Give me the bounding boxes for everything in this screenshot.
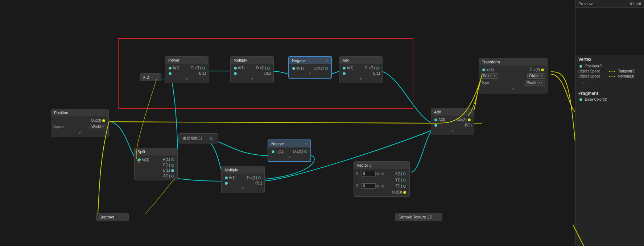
port-m1-b-in[interactable] bbox=[234, 72, 237, 75]
transform-type-dropdown[interactable]: Position ▼ bbox=[525, 80, 545, 86]
port-split-in[interactable] bbox=[138, 158, 141, 161]
node-negate2-title: Negate bbox=[271, 142, 284, 146]
port-m2-out[interactable] bbox=[258, 176, 261, 179]
node-subtract[interactable]: Subtract bbox=[96, 213, 129, 221]
v3-x-label: X bbox=[356, 172, 361, 176]
fragment-title: Fragment bbox=[578, 91, 641, 96]
port-v3-out[interactable] bbox=[403, 191, 406, 194]
tangent-space-label: Object Space bbox=[578, 69, 607, 73]
vertex-position-label: Position(3) bbox=[585, 64, 603, 68]
node-sample-tex[interactable]: Sample Texture 2D bbox=[395, 213, 442, 221]
port-add2-a-in[interactable] bbox=[434, 118, 437, 121]
port-add1-a-in[interactable] bbox=[343, 67, 346, 70]
node-x2-label: X 2 bbox=[143, 75, 149, 79]
fragment-base-color-row: Base Color(3) bbox=[578, 97, 641, 101]
node-add1[interactable]: Add A(1) Out(1) B(1) ∨ bbox=[339, 56, 383, 83]
n1-chevron[interactable]: ∨ bbox=[289, 71, 331, 76]
node-multiply2-title: Multiply bbox=[224, 168, 238, 172]
node-transform-title: Transform bbox=[482, 60, 500, 64]
add2-chevron[interactable]: ∨ bbox=[431, 128, 474, 133]
port-add2-out[interactable] bbox=[468, 118, 471, 121]
port-m2-a-in[interactable] bbox=[225, 176, 228, 179]
node-split-title: Split bbox=[137, 150, 145, 154]
node-power-title: Power bbox=[168, 58, 179, 62]
node-multiply2[interactable]: Multiply A(1) Out(1) B(1) ∨ bbox=[221, 166, 265, 193]
port-v3-x-out[interactable] bbox=[403, 172, 406, 175]
port-m1-out[interactable] bbox=[267, 67, 270, 70]
node-negate1-title: Negate bbox=[292, 58, 305, 63]
node-negate2[interactable]: Negate ∨ In(1) Out(1) ∨ bbox=[268, 139, 311, 162]
transform-from-dropdown[interactable]: World ▼ bbox=[481, 73, 498, 79]
port-power-out[interactable] bbox=[202, 67, 205, 70]
node-split[interactable]: Split In(3) R(1) G(1) B(1) A(1) bbox=[134, 148, 178, 180]
position-chevron[interactable]: ∨ bbox=[51, 130, 108, 135]
node-sample-tex-title: Sample Texture 2D bbox=[399, 215, 432, 219]
node-add1-title: Add bbox=[342, 58, 350, 62]
port-curve-out[interactable] bbox=[210, 137, 212, 140]
vertex-tangent-row: Object Space ●—● Tangent(3) bbox=[578, 69, 641, 73]
port-n1-out[interactable] bbox=[325, 67, 328, 70]
port-m2-b-in[interactable] bbox=[225, 182, 228, 185]
port-v3-y-out[interactable] bbox=[403, 179, 406, 182]
vertex-section: Vertex Position(3) Object Space ●—● Tang… bbox=[575, 55, 644, 89]
node-position[interactable]: Position Out(3) Space World ▼ ∨ bbox=[51, 109, 109, 137]
add1-chevron[interactable]: ∨ bbox=[339, 76, 382, 82]
port-transform-in[interactable] bbox=[482, 68, 485, 71]
node-negate1[interactable]: Negate ∨ In(1) Out(1) ∨ bbox=[288, 56, 332, 79]
m1-chevron[interactable]: ∨ bbox=[231, 76, 273, 82]
v3-x-input[interactable] bbox=[361, 171, 376, 176]
preview-header: Preview Inherit bbox=[575, 0, 644, 8]
fragment-base-color-label: Base Color(3) bbox=[585, 97, 607, 101]
power-chevron[interactable]: ∨ bbox=[165, 76, 208, 82]
node-multiply1-title: Multiply bbox=[234, 58, 247, 62]
port-n1-in[interactable] bbox=[292, 67, 295, 70]
node-curve[interactable]: 曲面系数(1) bbox=[178, 133, 218, 143]
port-split-r-out[interactable] bbox=[171, 158, 174, 161]
port-fragment-base[interactable] bbox=[579, 98, 582, 101]
vertex-tangent-label: Tangent(3) bbox=[618, 69, 636, 73]
port-n2-out[interactable] bbox=[304, 150, 307, 153]
node-x2[interactable]: X 2 bbox=[140, 73, 161, 81]
port-m1-a-in[interactable] bbox=[234, 67, 237, 70]
vertex-bottom-icon: ○ bbox=[578, 79, 641, 87]
node-add2[interactable]: Add A(3) Out(3) B(3) ∨ bbox=[431, 108, 474, 135]
v3-z-label: Z bbox=[356, 184, 361, 188]
port-v3-z-left[interactable] bbox=[376, 185, 379, 188]
port-transform-out[interactable] bbox=[541, 68, 544, 71]
preview-area bbox=[575, 8, 644, 55]
port-n2-in[interactable] bbox=[272, 150, 274, 153]
node-transform[interactable]: Transform In(3) Out(3) World ▼ → Object … bbox=[479, 58, 548, 93]
node-add2-title: Add bbox=[434, 110, 441, 114]
port-v3-z-right[interactable] bbox=[381, 185, 384, 188]
v3-z-input[interactable] bbox=[361, 183, 376, 189]
port-vertex-pos[interactable] bbox=[579, 65, 582, 68]
node-power[interactable]: Power A(1) Out(1) B(1) ∨ bbox=[165, 56, 209, 83]
transform-to-dropdown[interactable]: Object ▼ bbox=[527, 73, 545, 79]
port-split-g-out[interactable] bbox=[171, 164, 174, 167]
transform-type-label: Type bbox=[481, 81, 489, 85]
node-vector3[interactable]: Vector 3 X X(1) Y(1) Z Z(1) Out(3) bbox=[354, 161, 410, 197]
port-v3-x-right[interactable] bbox=[381, 172, 384, 175]
port-v3-z-out[interactable] bbox=[403, 185, 406, 188]
port-v3-x-left[interactable] bbox=[376, 172, 379, 175]
port-power-b-in[interactable] bbox=[169, 72, 172, 75]
n2-chevron[interactable]: ∨ bbox=[268, 154, 310, 160]
transform-chevron[interactable]: ∨ bbox=[479, 86, 547, 92]
node-subtract-title: Subtract bbox=[99, 215, 114, 219]
space-dropdown[interactable]: World ▼ bbox=[90, 124, 106, 129]
port-split-b-out[interactable] bbox=[171, 169, 174, 172]
inherit-label: Inherit bbox=[630, 1, 641, 6]
fragment-section: Fragment Base Color(3) bbox=[575, 89, 644, 104]
port-power-a-in[interactable] bbox=[169, 67, 172, 70]
port-add2-b-in[interactable] bbox=[434, 124, 437, 127]
node-multiply1[interactable]: Multiply A(1) Out(1) B(1) ∨ bbox=[230, 56, 274, 83]
port-split-a-out[interactable] bbox=[171, 175, 174, 178]
node-vector3-title: Vector 3 bbox=[357, 163, 371, 167]
right-panel: Preview Inherit Vertex Position(3) Objec… bbox=[575, 0, 644, 246]
curve-label: 曲面系数(1) bbox=[183, 136, 202, 141]
preview-label: Preview bbox=[578, 1, 593, 6]
port-add1-b-in[interactable] bbox=[343, 72, 346, 75]
port-add1-out[interactable] bbox=[376, 67, 379, 70]
port-position-out[interactable] bbox=[102, 119, 105, 122]
m2-chevron[interactable]: ∨ bbox=[222, 186, 264, 191]
